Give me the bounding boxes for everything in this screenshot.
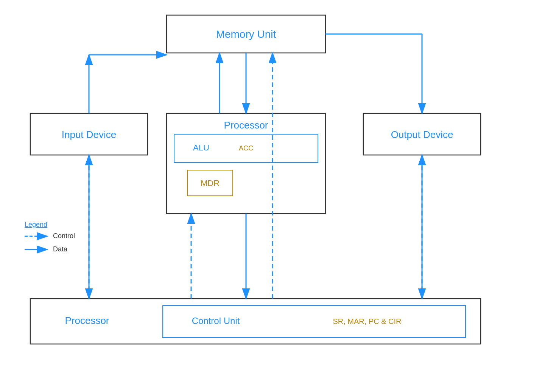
legend-data-label: Data [53, 245, 68, 253]
diagram-container: Memory Unit Input Device Output Device P… [0, 0, 545, 392]
main-svg: Memory Unit Input Device Output Device P… [0, 0, 545, 392]
legend-control-label: Control [53, 232, 75, 240]
input-device-label: Input Device [62, 129, 117, 140]
memory-unit-label: Memory Unit [216, 28, 276, 40]
control-unit-sub-label: SR, MAR, PC & CIR [333, 317, 401, 325]
legend-title: Legend [25, 221, 47, 228]
acc-label: ACC [239, 144, 253, 152]
control-unit-label: Control Unit [192, 316, 240, 326]
alu-label: ALU [193, 143, 209, 152]
mdr-label: MDR [201, 178, 220, 188]
processor-bottom-label: Processor [65, 315, 109, 326]
output-device-label: Output Device [391, 129, 453, 140]
processor-top-label: Processor [224, 119, 268, 131]
